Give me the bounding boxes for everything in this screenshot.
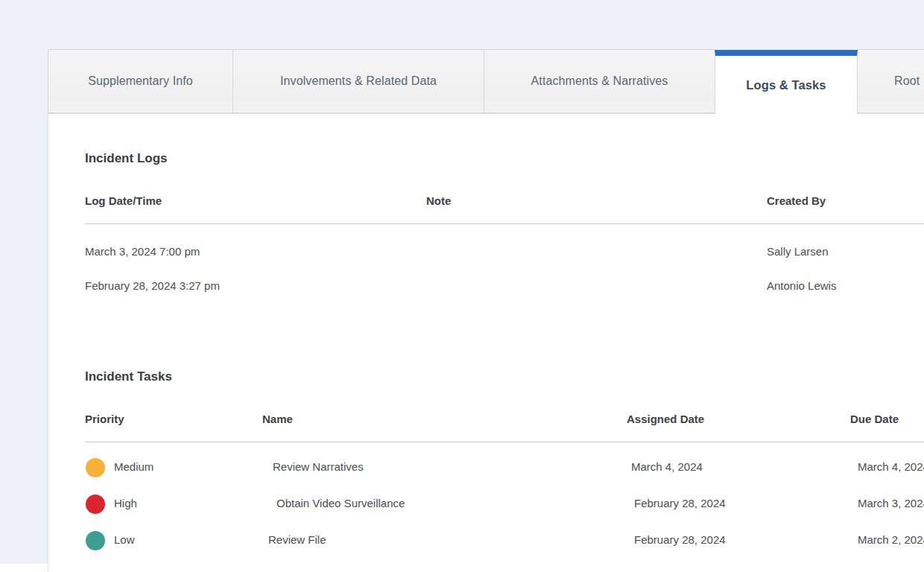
tab-label: Supplementary Info bbox=[88, 74, 193, 88]
task-table-row[interactable]: Medium Review Narratives March 4, 2024 M… bbox=[48, 457, 924, 478]
tab-supplementary-info[interactable]: Supplementary Info bbox=[48, 49, 233, 113]
logs-column-header-created-by: Created By bbox=[767, 194, 826, 207]
task-priority: Medium bbox=[114, 460, 154, 473]
logs-header-divider bbox=[85, 223, 924, 224]
tasks-column-header-priority: Priority bbox=[85, 413, 124, 425]
tasks-column-header-due-date: Due Date bbox=[850, 413, 899, 425]
priority-high-dot bbox=[86, 495, 105, 514]
tasks-column-header-name: Name bbox=[262, 413, 293, 425]
logs-column-header-note: Note bbox=[426, 194, 451, 207]
incident-detail-page: Supplementary Info Involvements & Relate… bbox=[0, 0, 924, 572]
log-date-time: February 28, 2024 3:27 pm bbox=[85, 279, 220, 292]
tab-involvements-related-data[interactable]: Involvements & Related Data bbox=[232, 49, 484, 113]
task-priority: High bbox=[114, 497, 137, 509]
task-due-date: March 4, 2024 bbox=[858, 460, 924, 473]
tab-root[interactable]: Root bbox=[857, 49, 924, 113]
incident-logs-title: Incident Logs bbox=[85, 151, 168, 166]
task-name: Review File bbox=[268, 533, 326, 546]
tab-label: Involvements & Related Data bbox=[280, 74, 437, 88]
task-name: Obtain Video Surveillance bbox=[276, 497, 405, 509]
task-name: Review Narratives bbox=[273, 460, 364, 473]
tab-logs-tasks[interactable]: Logs & Tasks bbox=[715, 50, 858, 114]
tab-label: Root bbox=[894, 74, 920, 88]
task-due-date: March 3, 2024 bbox=[858, 497, 924, 509]
task-assigned-date: February 28, 2024 bbox=[634, 497, 726, 509]
log-table-row[interactable]: March 3, 2024 7:00 pm Sally Larsen bbox=[48, 245, 924, 260]
log-created-by: Sally Larsen bbox=[767, 245, 829, 258]
logs-column-header-date: Log Date/Time bbox=[85, 194, 162, 207]
tab-bar: Supplementary Info Involvements & Relate… bbox=[48, 49, 924, 114]
task-assigned-date: February 28, 2024 bbox=[634, 533, 726, 546]
tasks-header-divider bbox=[85, 442, 924, 442]
priority-medium-dot bbox=[86, 458, 105, 477]
log-table-row[interactable]: February 28, 2024 3:27 pm Antonio Lewis bbox=[48, 279, 924, 294]
tasks-column-header-assigned-date: Assigned Date bbox=[627, 413, 704, 425]
incident-tasks-title: Incident Tasks bbox=[85, 369, 172, 384]
task-table-row[interactable]: High Obtain Video Surveillance February … bbox=[48, 494, 924, 515]
task-table-row[interactable]: Low Review File February 28, 2024 March … bbox=[48, 530, 924, 551]
priority-low-dot bbox=[86, 531, 105, 550]
task-assigned-date: March 4, 2024 bbox=[631, 460, 703, 473]
task-priority: Low bbox=[114, 533, 135, 546]
logs-tasks-panel: Incident Logs Log Date/Time Note Created… bbox=[48, 113, 924, 572]
tab-label: Attachments & Narratives bbox=[531, 74, 668, 88]
task-due-date: March 2, 2024 bbox=[858, 533, 924, 546]
tab-attachments-narratives[interactable]: Attachments & Narratives bbox=[484, 49, 715, 113]
tab-label: Logs & Tasks bbox=[746, 78, 826, 92]
log-created-by: Antonio Lewis bbox=[767, 279, 836, 292]
log-date-time: March 3, 2024 7:00 pm bbox=[85, 245, 200, 258]
